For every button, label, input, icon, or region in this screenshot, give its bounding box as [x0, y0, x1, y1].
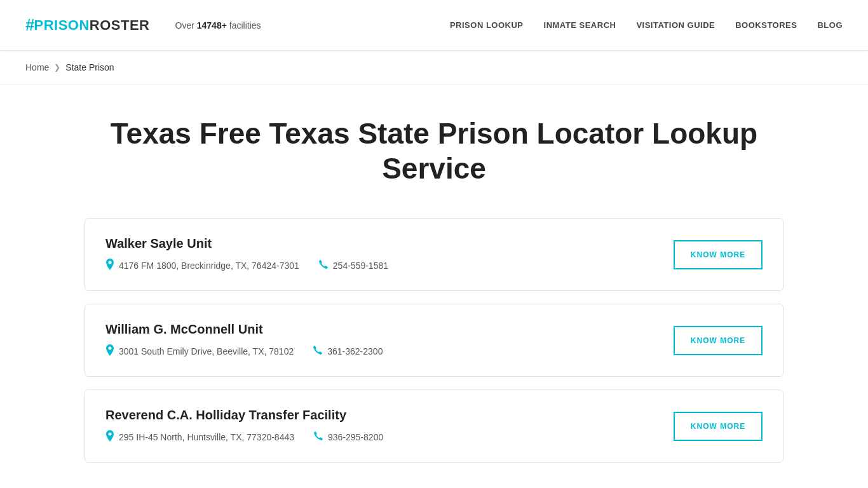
nav-visitation-guide[interactable]: VISITATION GUIDE [636, 20, 715, 30]
facility-info: William G. McConnell Unit 3001 South Emi… [105, 322, 674, 358]
address-text: 295 IH-45 North, Huntsville, TX, 77320-8… [119, 432, 294, 442]
main-nav: PRISON LOOKUP INMATE SEARCH VISITATION G… [450, 20, 843, 30]
logo-roster: ROSTER [90, 17, 150, 34]
facilities-list: Walker Sayle Unit 4176 FM 1800, Breckinr… [85, 218, 783, 463]
address-text: 4176 FM 1800, Breckinridge, TX, 76424-73… [119, 261, 299, 271]
facility-phone: 254-559-1581 [318, 259, 388, 272]
facility-card: William G. McConnell Unit 3001 South Emi… [85, 304, 783, 377]
facility-details: 3001 South Emily Drive, Beeville, TX, 78… [105, 344, 674, 358]
breadcrumb: Home ❯ State Prison [0, 51, 868, 85]
phone-icon [313, 431, 323, 444]
location-icon [105, 430, 114, 444]
facility-name: William G. McConnell Unit [105, 322, 674, 337]
facility-card: Walker Sayle Unit 4176 FM 1800, Breckinr… [85, 218, 783, 291]
facility-address: 4176 FM 1800, Breckinridge, TX, 76424-73… [105, 259, 299, 273]
facility-name: Reverend C.A. Holliday Transfer Facility [105, 408, 674, 423]
facility-details: 295 IH-45 North, Huntsville, TX, 77320-8… [105, 430, 674, 444]
facility-info: Walker Sayle Unit 4176 FM 1800, Breckinr… [105, 236, 674, 273]
location-icon [105, 344, 114, 358]
phone-icon [318, 259, 329, 272]
breadcrumb-current: State Prison [65, 62, 114, 72]
facility-details: 4176 FM 1800, Breckinridge, TX, 76424-73… [105, 259, 674, 273]
location-icon [105, 259, 114, 273]
page-title: Texas Free Texas State Prison Locator Lo… [85, 116, 783, 186]
logo-hash: # [25, 15, 34, 35]
phone-text: 254-559-1581 [333, 261, 388, 271]
facility-name: Walker Sayle Unit [105, 236, 674, 251]
facility-phone: 361-362-2300 [313, 345, 383, 358]
phone-icon [313, 345, 323, 358]
breadcrumb-separator: ❯ [54, 63, 60, 72]
nav-prison-lookup[interactable]: PRISON LOOKUP [450, 20, 524, 30]
facility-phone: 936-295-8200 [313, 431, 383, 444]
phone-text: 936-295-8200 [328, 432, 383, 442]
nav-inmate-search[interactable]: INMATE SEARCH [544, 20, 616, 30]
main-content: Texas Free Texas State Prison Locator Lo… [59, 116, 809, 488]
nav-blog[interactable]: BLOG [817, 20, 843, 30]
phone-text: 361-362-2300 [327, 346, 383, 356]
facility-address: 295 IH-45 North, Huntsville, TX, 77320-8… [105, 430, 294, 444]
know-more-button[interactable]: KNOW MORE [674, 412, 763, 441]
breadcrumb-home[interactable]: Home [25, 62, 49, 72]
address-text: 3001 South Emily Drive, Beeville, TX, 78… [119, 346, 294, 356]
facility-address: 3001 South Emily Drive, Beeville, TX, 78… [105, 344, 294, 358]
nav-bookstores[interactable]: BOOKSTORES [735, 20, 797, 30]
logo-link[interactable]: #PRISONROSTER [25, 15, 150, 35]
logo-prison: PRISON [34, 17, 89, 34]
facilities-number: 14748+ [197, 20, 227, 30]
know-more-button[interactable]: KNOW MORE [674, 240, 763, 269]
site-header: #PRISONROSTER Over 14748+ facilities PRI… [0, 0, 868, 51]
facility-info: Reverend C.A. Holliday Transfer Facility… [105, 408, 674, 444]
facility-card: Reverend C.A. Holliday Transfer Facility… [85, 390, 783, 463]
know-more-button[interactable]: KNOW MORE [674, 326, 763, 355]
facilities-count-text: Over 14748+ facilities [175, 20, 261, 30]
